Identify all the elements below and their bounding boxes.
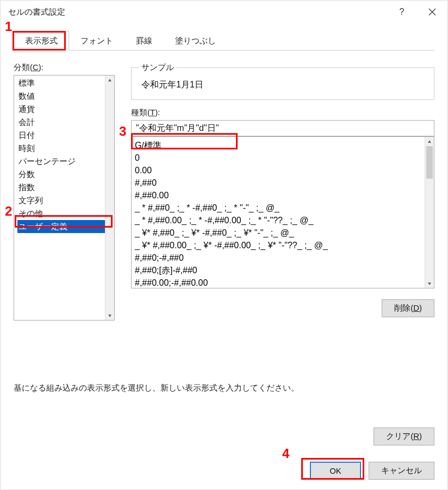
dialog-title: セルの書式設定 <box>8 7 65 17</box>
format-listbox-inner: G/標準 0 0.00 #,##0 #,##0.00 _ * #,##0_ ;_… <box>132 137 434 288</box>
close-button[interactable] <box>417 1 447 23</box>
dialog-content: 表示形式 フォント 罫線 塗りつぶし 分類(C): 標準 数値 通貨 会計 日付… <box>1 23 447 334</box>
type-label-text: 種類( <box>131 108 150 117</box>
list-item[interactable]: #,##0 <box>135 177 431 189</box>
sample-value: 令和元年1月1日 <box>139 78 426 92</box>
clear-button-close: ) <box>419 431 422 441</box>
scroll-thumb[interactable] <box>426 146 433 179</box>
clear-button[interactable]: クリア(R) <box>374 428 434 445</box>
svg-marker-5 <box>428 282 431 285</box>
scrollbar[interactable] <box>425 137 434 288</box>
list-item[interactable]: 日付 <box>17 129 113 142</box>
list-item[interactable]: _ ¥* #,##0.00_ ;_ ¥* -#,##0.00_ ;_ ¥* "-… <box>135 239 431 252</box>
list-item[interactable]: 0.00 <box>135 164 431 177</box>
scrollbar[interactable] <box>105 76 114 320</box>
help-button[interactable]: ? <box>387 1 417 23</box>
delete-button-close: ) <box>419 303 422 312</box>
scroll-track[interactable] <box>425 179 434 279</box>
type-input[interactable] <box>131 120 434 136</box>
list-item[interactable]: #,##0;[赤]-#,##0 <box>135 264 431 277</box>
list-item[interactable]: #,##0;-#,##0 <box>135 252 431 264</box>
tab-font[interactable]: フォント <box>69 31 125 51</box>
list-item[interactable]: その他 <box>17 207 113 220</box>
delete-button-text: 削除( <box>394 303 413 312</box>
window-controls: ? <box>387 1 447 23</box>
cancel-button[interactable]: キャンセル <box>369 462 434 480</box>
scroll-down-icon[interactable] <box>105 311 114 320</box>
list-item[interactable]: 0 <box>135 152 431 164</box>
scroll-down-icon[interactable] <box>425 279 434 288</box>
category-label-close: ): <box>39 62 43 72</box>
type-label-close: ): <box>155 108 160 117</box>
list-item[interactable]: 数値 <box>17 90 113 103</box>
category-label-text: 分類( <box>14 62 33 72</box>
format-listbox[interactable]: G/標準 0 0.00 #,##0 #,##0.00 _ * #,##0_ ;_… <box>131 136 434 288</box>
hint-text: 基になる組み込みの表示形式を選択し、新しい表示形式を入力してください。 <box>14 383 299 393</box>
tab-fill[interactable]: 塗りつぶし <box>164 31 227 51</box>
svg-marker-2 <box>108 79 111 81</box>
list-item[interactable]: _ * #,##0_ ;_ * -#,##0_ ;_ * "-"_ ;_ @_ <box>135 202 431 214</box>
titlebar: セルの書式設定 ? <box>1 1 447 23</box>
list-item[interactable]: _ * #,##0.00_ ;_ * -#,##0.00_ ;_ * "-"??… <box>135 214 431 227</box>
category-accelerator: C <box>33 62 39 72</box>
tabstrip: 表示形式 フォント 罫線 塗りつぶし <box>14 31 434 51</box>
list-item[interactable]: 会計 <box>17 116 113 129</box>
list-item[interactable]: #,##0.00 <box>135 189 431 202</box>
svg-marker-4 <box>428 140 431 143</box>
category-label: 分類(C): <box>14 62 121 73</box>
clear-button-text: クリア( <box>386 431 413 441</box>
category-listbox[interactable]: 標準 数値 通貨 会計 日付 時刻 パーセンテージ 分数 指数 文字列 その他 … <box>14 75 115 321</box>
list-item[interactable]: 標準 <box>17 77 113 90</box>
list-item[interactable]: 文字列 <box>17 194 113 207</box>
sample-label: サンプル <box>139 62 176 73</box>
tab-border[interactable]: 罫線 <box>125 31 164 51</box>
type-label: 種類(T): <box>131 108 434 118</box>
list-item[interactable]: G/標準 <box>135 139 431 152</box>
list-item[interactable]: _ ¥* #,##0_ ;_ ¥* -#,##0_ ;_ ¥* "-"_ ;_ … <box>135 227 431 239</box>
list-item[interactable]: #,##0.00;-#,##0.00 <box>135 277 431 288</box>
scroll-up-icon[interactable] <box>105 76 114 85</box>
svg-marker-3 <box>108 315 111 317</box>
tab-number-format[interactable]: 表示形式 <box>14 31 69 51</box>
list-item[interactable]: パーセンテージ <box>17 155 113 168</box>
category-listbox-inner: 標準 数値 通貨 会計 日付 時刻 パーセンテージ 分数 指数 文字列 その他 … <box>14 76 114 234</box>
bottom-buttons: クリア(R) OK キャンセル <box>310 428 434 480</box>
sample-group: サンプル 令和元年1月1日 <box>131 62 434 100</box>
list-item[interactable]: 通貨 <box>17 103 113 116</box>
ok-button[interactable]: OK <box>310 462 361 480</box>
type-accelerator: T <box>150 108 155 117</box>
delete-accelerator: D <box>413 303 419 312</box>
clear-accelerator: R <box>413 431 419 441</box>
scroll-up-icon[interactable] <box>425 137 434 146</box>
list-item[interactable]: 指数 <box>17 181 113 194</box>
delete-button[interactable]: 削除(D) <box>382 299 434 317</box>
close-icon <box>428 8 436 16</box>
list-item[interactable]: 時刻 <box>17 142 113 155</box>
list-item-selected[interactable]: ユーザー定義 <box>17 220 113 233</box>
annotation-number-4: 4 <box>282 446 289 461</box>
list-item[interactable]: 分数 <box>17 168 113 181</box>
